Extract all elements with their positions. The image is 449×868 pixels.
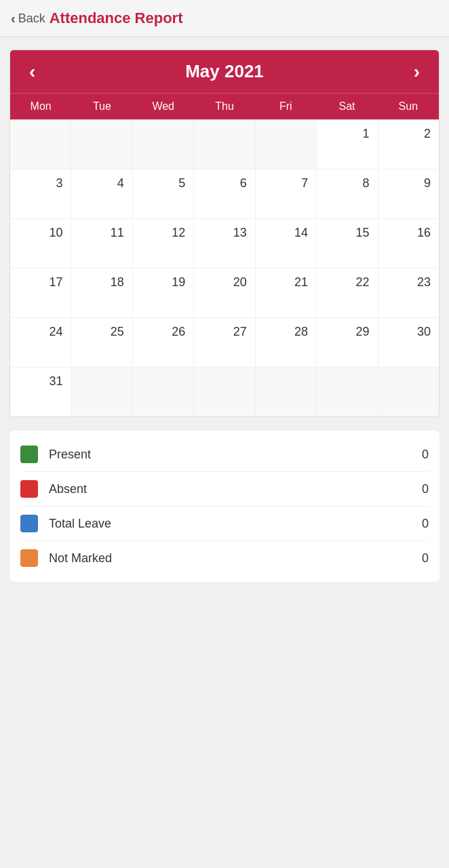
calendar-cell[interactable]: 24 [10, 318, 71, 367]
calendar-cell[interactable]: 29 [317, 318, 377, 367]
calendar-cell[interactable]: 21 [256, 269, 316, 317]
calendar-cell[interactable]: 27 [194, 318, 254, 367]
calendar-cell [71, 120, 132, 169]
calendar-header: ‹ May 2021 › [10, 50, 439, 93]
calendar-cell[interactable]: 6 [194, 170, 254, 218]
calendar-cell[interactable]: 8 [317, 170, 377, 218]
back-chevron-icon: ‹ [11, 11, 16, 26]
calendar-cell[interactable]: 19 [133, 269, 193, 317]
legend-item-present: Present0 [20, 437, 429, 472]
calendar-cell[interactable]: 18 [71, 269, 132, 317]
header: ‹ Back Attendance Report [0, 0, 449, 37]
prev-month-button[interactable]: ‹ [24, 62, 41, 81]
legend-color-absent [20, 480, 38, 498]
legend-count-present: 0 [422, 448, 429, 462]
day-name-mon: Mon [10, 94, 71, 119]
legend-label-notmarked: Not Marked [49, 551, 422, 566]
legend: Present0Absent0Total Leave0Not Marked0 [9, 431, 440, 582]
calendar-cell[interactable]: 25 [71, 318, 132, 367]
calendar-cell[interactable]: 26 [133, 318, 193, 367]
day-name-sun: Sun [378, 94, 439, 119]
legend-item-totalleave: Total Leave0 [20, 507, 429, 541]
calendar-cell [317, 368, 377, 416]
day-name-thu: Thu [194, 94, 255, 119]
calendar-cell[interactable]: 23 [378, 269, 439, 317]
day-name-fri: Fri [255, 94, 316, 119]
calendar-cell [256, 368, 316, 416]
calendar-month-title: May 2021 [185, 61, 264, 82]
calendar-cell[interactable]: 13 [194, 219, 254, 268]
calendar-cell[interactable]: 17 [10, 269, 71, 317]
day-name-wed: Wed [133, 94, 194, 119]
calendar-cell [194, 368, 254, 416]
day-name-tue: Tue [71, 94, 132, 119]
calendar-cell[interactable]: 28 [256, 318, 316, 367]
calendar-cell [133, 368, 193, 416]
calendar-cell [256, 120, 316, 169]
legend-label-present: Present [49, 448, 422, 462]
calendar-cell [194, 120, 254, 169]
calendar-cell[interactable]: 7 [256, 170, 316, 218]
page-title: Attendance Report [50, 9, 183, 27]
legend-count-totalleave: 0 [422, 517, 429, 531]
calendar-cell[interactable]: 30 [378, 318, 439, 367]
calendar-cell[interactable]: 10 [10, 219, 71, 268]
calendar-cell[interactable]: 2 [378, 120, 439, 169]
back-label: Back [18, 12, 45, 26]
calendar-cell[interactable]: 9 [378, 170, 439, 218]
calendar-cell[interactable]: 11 [71, 219, 132, 268]
calendar-cell[interactable]: 22 [317, 269, 377, 317]
calendar-cell[interactable]: 5 [133, 170, 193, 218]
calendar-cell[interactable]: 31 [10, 368, 71, 416]
next-month-button[interactable]: › [408, 62, 425, 81]
calendar-cell[interactable]: 16 [378, 219, 439, 268]
calendar-cell [378, 368, 439, 416]
legend-item-absent: Absent0 [20, 472, 429, 507]
calendar-cell[interactable]: 14 [256, 219, 316, 268]
back-button[interactable]: ‹ Back [11, 11, 45, 26]
calendar-cell [71, 368, 132, 416]
calendar: ‹ May 2021 › Mon Tue Wed Thu Fri Sat Sun… [9, 50, 440, 417]
legend-label-absent: Absent [49, 482, 422, 496]
legend-color-notmarked [20, 549, 38, 567]
calendar-cell[interactable]: 1 [317, 120, 377, 169]
calendar-day-names: Mon Tue Wed Thu Fri Sat Sun [10, 93, 439, 119]
legend-item-notmarked: Not Marked0 [20, 541, 429, 575]
calendar-cell[interactable]: 15 [317, 219, 377, 268]
day-name-sat: Sat [316, 94, 377, 119]
calendar-cell[interactable]: 3 [10, 170, 71, 218]
calendar-cell[interactable]: 20 [194, 269, 254, 317]
calendar-cell[interactable]: 4 [71, 170, 132, 218]
legend-count-absent: 0 [422, 482, 429, 496]
calendar-grid: 1234567891011121314151617181920212223242… [10, 119, 439, 416]
legend-count-notmarked: 0 [422, 551, 429, 566]
legend-color-present [20, 446, 38, 463]
calendar-cell [133, 120, 193, 169]
legend-label-totalleave: Total Leave [49, 517, 422, 531]
legend-color-totalleave [20, 515, 38, 532]
calendar-cell [10, 120, 71, 169]
calendar-cell[interactable]: 12 [133, 219, 193, 268]
